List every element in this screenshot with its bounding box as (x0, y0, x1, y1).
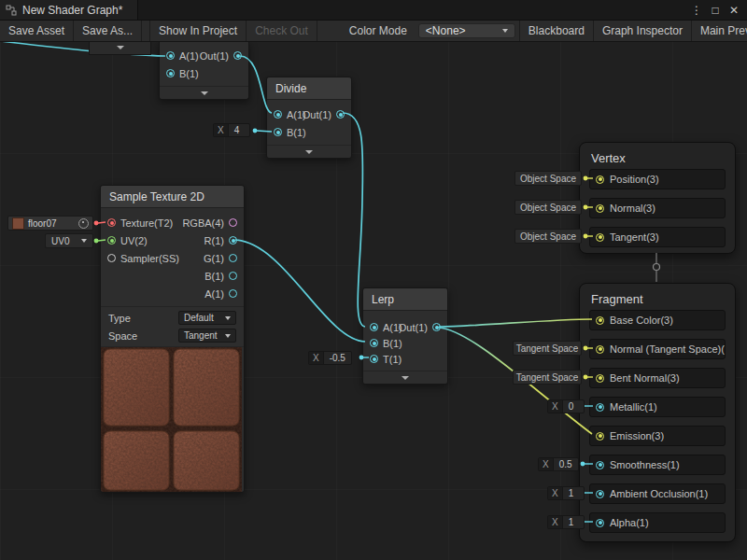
save-asset-button[interactable]: Save Asset (0, 21, 74, 41)
node-lerp[interactable]: Lerp A(1) B(1) T(1) Out(1) (362, 287, 448, 385)
fragment-row-alpha[interactable]: Alpha(1) (589, 512, 726, 533)
field-value[interactable]: 0 (563, 400, 584, 413)
fragment-row-ambient-occlusion[interactable]: Ambient Occlusion(1) (589, 483, 726, 504)
input-port-texture[interactable] (107, 218, 116, 227)
texture-object-field[interactable]: floor07 (7, 216, 93, 231)
object-space-chip[interactable]: Object Space (514, 229, 582, 244)
input-port[interactable] (596, 519, 604, 527)
output-port-g[interactable] (229, 254, 237, 262)
output-port-b[interactable] (229, 272, 237, 280)
input-port[interactable] (596, 175, 604, 184)
field-axis-label: X (548, 516, 563, 528)
main-preview-toggle-button[interactable]: Main Preview (691, 21, 747, 41)
output-port-out[interactable] (432, 323, 441, 331)
menu-icon[interactable]: ⋮ (689, 4, 704, 17)
uv-channel-dropdown[interactable]: UV0 (45, 233, 93, 248)
input-port-b[interactable] (166, 69, 175, 77)
port-label: Tangent(3) (610, 231, 659, 243)
node-title[interactable]: Divide (267, 77, 351, 100)
graph-inspector-toggle-button[interactable]: Graph Inspector (593, 21, 691, 41)
block-title: Fragment (580, 284, 735, 310)
vertex-row-tangent[interactable]: Tangent(3) (589, 227, 726, 247)
collapse-chevron-icon[interactable] (363, 371, 447, 384)
input-port-a[interactable] (370, 323, 378, 331)
collapsed-node-chevron[interactable] (89, 41, 151, 55)
object-picker-icon[interactable] (78, 218, 89, 229)
type-label: Type (108, 313, 131, 324)
close-icon[interactable]: ✕ (726, 4, 741, 17)
node-title[interactable]: Sample Texture 2D (101, 186, 244, 208)
fragment-row-base-color[interactable]: Base Color(3) (589, 310, 726, 330)
output-port-r[interactable] (229, 236, 237, 245)
lerp-t-default-field[interactable]: X -0.5 (308, 351, 352, 365)
color-mode-label: Color Mode (342, 21, 415, 41)
input-port-a[interactable] (274, 110, 282, 119)
input-port-b[interactable] (370, 339, 378, 347)
port-label: A(1) (204, 288, 224, 300)
collapse-chevron-icon[interactable] (160, 86, 248, 99)
input-port[interactable] (596, 403, 604, 412)
node-divide[interactable]: Divide A(1) B(1) Out(1) (266, 77, 352, 159)
output-port-a[interactable] (229, 289, 237, 298)
input-port-a[interactable] (166, 51, 175, 60)
input-port[interactable] (596, 432, 604, 441)
port-label: Texture(T2) (120, 217, 173, 229)
output-port-rgba[interactable] (229, 218, 237, 227)
object-space-chip[interactable]: Object Space (514, 171, 582, 186)
document-tab[interactable]: New Shader Graph* (0, 0, 138, 20)
vertex-row-position[interactable]: Position(3) (589, 169, 726, 189)
output-port-out[interactable] (336, 110, 345, 119)
smoothness-default-field[interactable]: X0.5 (538, 457, 579, 471)
input-port-uv[interactable] (107, 236, 116, 245)
vertex-context-block[interactable]: Vertex Position(3) Normal(3) Tangent(3) (579, 142, 736, 254)
input-port-b[interactable] (274, 128, 282, 136)
collapse-chevron-icon[interactable] (267, 145, 351, 158)
type-dropdown[interactable]: Default (178, 311, 236, 325)
input-port[interactable] (596, 233, 604, 242)
node-sample-texture-2d[interactable]: Sample Texture 2D Texture(T2) UV(2) Samp… (100, 185, 245, 493)
fragment-row-normal[interactable]: Normal (Tangent Space)(3) (589, 339, 726, 359)
vertex-row-normal[interactable]: Normal(3) (589, 198, 726, 218)
input-port[interactable] (596, 316, 604, 325)
block-title: Vertex (580, 143, 735, 169)
output-port-out[interactable] (233, 51, 242, 60)
fragment-row-smoothness[interactable]: Smoothness(1) (589, 455, 726, 475)
fragment-row-bent-normal[interactable]: Bent Normal(3) (589, 368, 726, 388)
input-port[interactable] (596, 345, 604, 354)
texture-thumbnail (12, 217, 24, 230)
field-value[interactable]: 4 (229, 124, 249, 136)
color-mode-dropdown[interactable]: <None> (418, 23, 515, 38)
maximize-icon[interactable]: □ (708, 4, 723, 17)
field-value[interactable]: -0.5 (324, 352, 351, 364)
input-port[interactable] (596, 204, 604, 213)
type-value: Default (184, 313, 214, 323)
tangent-space-chip[interactable]: Tangent Space (513, 341, 582, 356)
object-space-chip[interactable]: Object Space (514, 200, 582, 215)
fragment-context-block[interactable]: Fragment Base Color(3) Normal (Tangent S… (579, 283, 736, 542)
port-label: Metallic(1) (610, 401, 657, 413)
divide-b-default-field[interactable]: X 4 (213, 123, 250, 137)
fragment-row-emission[interactable]: Emission(3) (589, 426, 726, 446)
port-label: R(1) (204, 235, 224, 246)
space-dropdown[interactable]: Tangent (178, 329, 236, 343)
input-port-t[interactable] (370, 355, 378, 363)
alpha-default-field[interactable]: X1 (547, 515, 585, 529)
input-port[interactable] (596, 374, 604, 383)
field-value[interactable]: 0.5 (554, 458, 578, 470)
blackboard-toggle-button[interactable]: Blackboard (519, 21, 593, 41)
node-clipped-math[interactable]: A(1) B(1) Out(1) (159, 41, 249, 100)
fragment-row-metallic[interactable]: Metallic(1) (589, 397, 726, 417)
input-port[interactable] (596, 461, 604, 469)
input-port[interactable] (596, 490, 604, 498)
port-label: Emission(3) (610, 430, 664, 441)
field-value[interactable]: 1 (563, 516, 584, 528)
ambient-occlusion-default-field[interactable]: X1 (547, 486, 585, 500)
field-axis-label: X (548, 487, 563, 499)
node-title[interactable]: Lerp (363, 288, 447, 311)
field-value[interactable]: 1 (563, 487, 584, 499)
show-in-project-button[interactable]: Show In Project (149, 21, 247, 41)
metallic-default-field[interactable]: X0 (547, 399, 585, 413)
tangent-space-chip[interactable]: Tangent Space (513, 370, 582, 385)
save-as-button[interactable]: Save As... (74, 21, 142, 41)
input-port-sampler[interactable] (107, 254, 116, 262)
